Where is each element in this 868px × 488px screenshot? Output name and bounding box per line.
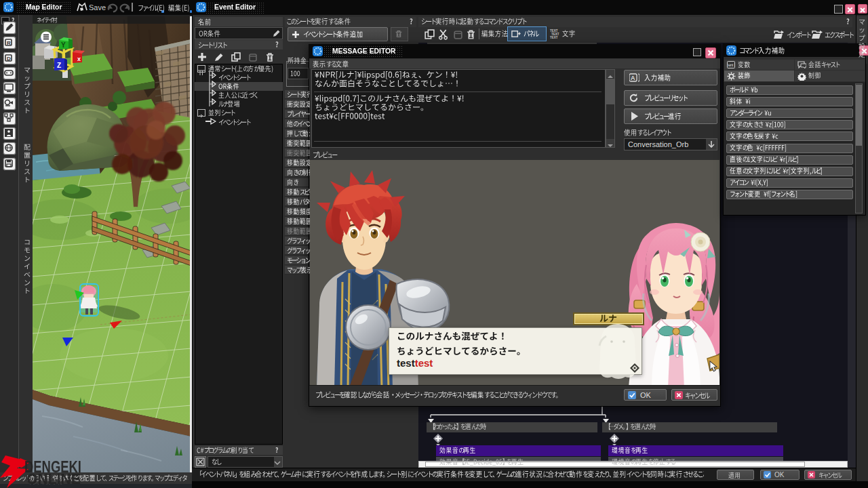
svg-text:TEXT: TEXT — [550, 36, 558, 39]
svg-text:R: R — [7, 40, 11, 46]
svg-text:vrt: vrt — [728, 63, 734, 67]
svg-text:D: D — [7, 56, 11, 62]
svg-text:Z: Z — [57, 62, 61, 69]
svg-text:Y: Y — [61, 41, 66, 49]
svg-text:A: A — [631, 75, 635, 81]
svg-text:x: x — [77, 56, 81, 62]
svg-text:ONLINE: ONLINE — [26, 470, 81, 487]
